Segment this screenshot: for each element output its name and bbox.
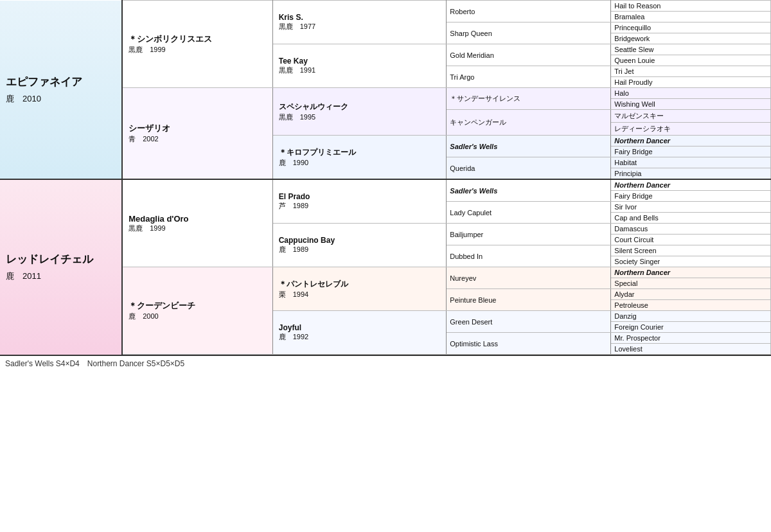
optimistic-lass-cell: Optimistic Lass [447,333,611,355]
sire-name: ＊シンボリクリスエス [128,33,267,45]
lady-shiraoki: レディーシラオキ [614,124,767,134]
sire-sire-name: Kris S. [279,13,441,22]
silent-screen: Silent Screen [614,247,767,254]
tri-jet-cell: Tri Jet [611,66,771,77]
pedigree-table: エピファネイア 鹿 2010 ＊シンボリクリスエス 黒鹿 1999 Kris S… [0,0,771,355]
sharp-queen-cell: Sharp Queen [447,22,611,44]
campengirl-cell: キャンペンガール [447,110,611,136]
tee-kay-cell: Tee Kay 黒鹿 1991 [272,44,447,88]
cap-and-bells-cell: Cap and Bells [611,213,771,224]
mr-prospector: Mr. Prospector [614,334,767,342]
danzig: Danzig [614,312,767,320]
petroleuse: Petroleuse [614,301,767,309]
kirov-info: 鹿 1990 [279,158,441,168]
seattle-slew: Seattle Slew [614,46,767,53]
halo-cell: Halo [611,88,771,99]
hail-proudly: Hail Proudly [614,78,767,86]
pantresereburu-name: ＊パントレセレブル [279,279,441,290]
silent-screen-cell: Silent Screen [611,245,771,256]
optimistic-lass: Optimistic Lass [450,340,607,348]
querida-cell: Querida [447,157,611,180]
el-prado-cell: El Prado 芦 1989 [272,179,447,224]
el-prado-name: El Prado [279,192,441,201]
tri-jet: Tri Jet [614,67,767,75]
bottom-dam-name: ＊クーデンビーチ [128,300,267,312]
pantresereburu-info: 栗 1994 [279,290,441,299]
bottom-horse-name: レッドレイチェル [6,252,116,267]
sir-ivor-cell: Sir Ivor [611,202,771,213]
tee-kay-name: Tee Kay [279,57,441,66]
top-horse-info: 鹿 2010 [6,93,116,105]
joyful-name: Joyful [279,323,441,332]
fairy-bridge-top: Fairy Bridge [614,148,767,155]
cappucino-bay-info: 鹿 1989 [279,245,441,254]
habitat: Habitat [614,159,767,166]
northern-dancer-top-cell: Northern Dancer [611,136,771,146]
halo: Halo [614,89,767,97]
northern-dancer-bot2: Northern Dancer [614,269,767,276]
dam-info: 青 2002 [128,134,267,144]
bottom-sire-name: Medaglia d'Oro [128,214,267,224]
dam-cell: シーザリオ 青 2002 [122,88,272,180]
special-cell: Special [611,278,771,289]
special-week-info: 黒鹿 1995 [279,112,441,122]
lady-capulet-cell: Lady Capulet [447,202,611,224]
habitat-cell: Habitat [611,157,771,168]
sadlers-wells-top-cell: Sadler's Wells [447,136,611,157]
dam-name: シーザリオ [128,123,267,134]
bottom-horse-info: 鹿 2011 [6,270,116,282]
court-circuit-cell: Court Circuit [611,235,771,245]
bottom-horse-cell: レッドレイチェル 鹿 2011 [0,179,122,355]
loveliest: Loveliest [614,345,767,353]
nureyev: Nureyev [450,274,607,282]
damascus-cell: Damascus [611,224,771,235]
court-circuit: Court Circuit [614,236,767,244]
northern-dancer-bot1-cell: Northern Dancer [611,179,771,191]
seattle-slew-cell: Seattle Slew [611,44,771,55]
wishing-well: Wishing Well [614,100,767,108]
el-prado-info: 芦 1989 [279,201,441,211]
bottom-dam-info: 鹿 2000 [128,312,267,321]
principia-cell: Principia [611,168,771,180]
cappucino-bay-cell: Cappucino Bay 鹿 1989 [272,224,447,267]
foreign-courier-cell: Foreign Courier [611,322,771,333]
princequillo-cell: Princequillo [611,22,771,33]
alydar-cell: Alydar [611,289,771,300]
pantresereburu-cell: ＊パントレセレブル 栗 1994 [272,267,447,311]
society-singer: Society Singer [614,258,767,265]
bramalea-cell: Bramalea [611,12,771,22]
cap-and-bells: Cap and Bells [614,214,767,222]
queen-louie-cell: Queen Louie [611,55,771,66]
tri-argo-cell: Tri Argo [447,66,611,88]
sire-info: 黒鹿 1999 [128,45,267,55]
top-horse-name: エピファネイア [6,75,116,89]
peinture-bleue: Peinture Bleue [450,296,607,304]
sharp-queen: Sharp Queen [450,30,607,37]
danzig-cell: Danzig [611,311,771,322]
footer-bar: Sadler's Wells S4×D4 Northern Dancer S5×… [0,355,771,372]
princequillo: Princequillo [614,24,767,31]
green-desert-cell: Green Desert [447,311,611,333]
tri-argo: Tri Argo [450,73,607,81]
sire-sire-info: 黒鹿 1977 [279,22,441,31]
principia: Principia [614,170,767,177]
lady-capulet: Lady Capulet [450,209,607,217]
hail-to-reason: Hail to Reason [614,2,767,10]
northern-dancer-bot1: Northern Dancer [614,181,767,189]
bottom-sire-info: 黒鹿 1999 [128,224,267,233]
loveliest-cell: Loveliest [611,344,771,355]
northern-dancer-top: Northern Dancer [614,137,767,145]
sire-sire-cell: Kris S. 黒鹿 1977 [272,1,447,44]
maruzen: マルゼンスキー [614,111,767,121]
fairy-bridge-bot1-cell: Fairy Bridge [611,191,771,202]
special-week-cell: スペシャルウィーク 黒鹿 1995 [272,88,447,136]
bridgework: Bridgework [614,35,767,42]
roberto-name: Roberto [450,8,607,15]
fairy-bridge-top-cell: Fairy Bridge [611,146,771,157]
querida: Querida [450,164,607,172]
sunday-silence-cell: ＊サンデーサイレンス [447,88,611,110]
lady-shiraoki-cell: レディーシラオキ [611,123,771,136]
top-horse-cell: エピファネイア 鹿 2010 [0,1,122,180]
kirov-name: ＊キロフプリミエール [279,147,441,158]
bramalea: Bramalea [614,13,767,21]
